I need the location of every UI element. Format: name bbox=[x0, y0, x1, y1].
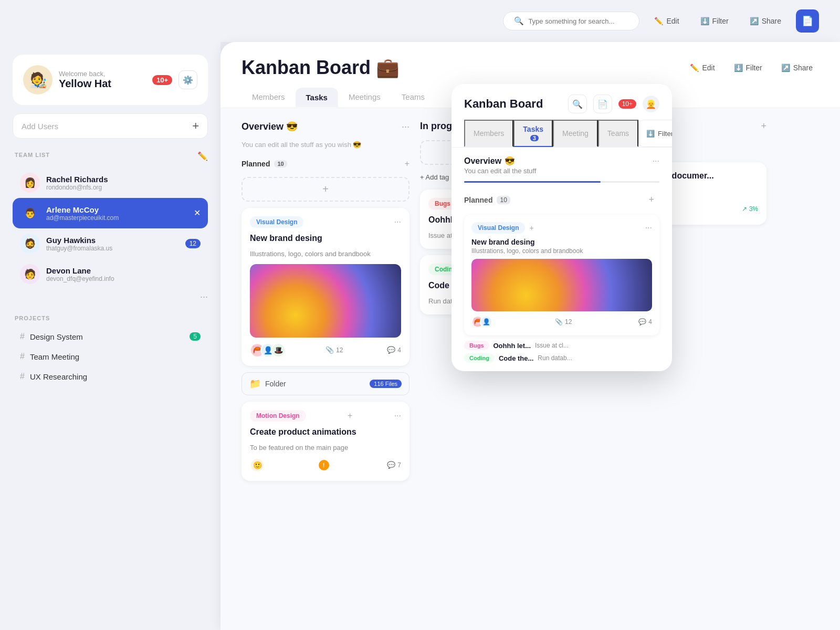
popup-document-button[interactable]: 📄 bbox=[593, 94, 612, 113]
project-item[interactable]: # UX Researching bbox=[13, 366, 208, 386]
edit-button[interactable]: ✏️ Edit bbox=[684, 60, 721, 75]
project-name: Design System bbox=[30, 332, 184, 341]
card-tag[interactable]: Visual Design bbox=[471, 222, 525, 234]
kanban-popup: Kanban Board 🔍 📄 10+ 👱 Members Tasks 3 M… bbox=[452, 84, 672, 371]
bugs-card-desc: Issue at cl... bbox=[535, 342, 569, 349]
share-icon: ↗️ bbox=[750, 17, 759, 25]
member-name: Devon Lane bbox=[46, 266, 201, 275]
card-tag[interactable]: Motion Design bbox=[250, 410, 306, 422]
project-item[interactable]: # Team Meeting bbox=[13, 346, 208, 366]
add-users-row: Add Users + bbox=[13, 113, 208, 139]
filters-button[interactable]: ⬇️ Filters bbox=[638, 120, 672, 147]
projects-label: PROJECTS bbox=[13, 315, 208, 321]
progress-fill bbox=[464, 181, 601, 183]
project-name: UX Researching bbox=[30, 372, 201, 381]
team-member[interactable]: 👩 Rachel Richards rondondon@nfs.org bbox=[13, 167, 208, 198]
card-image bbox=[250, 264, 401, 338]
search-container[interactable]: 🔍 bbox=[503, 12, 639, 30]
edit-icon: ✏️ bbox=[654, 17, 663, 25]
edit-button[interactable]: ✏️ Edit bbox=[648, 14, 685, 28]
section-add-button[interactable]: + bbox=[405, 159, 410, 169]
attachment-count: 📎 12 bbox=[326, 346, 343, 354]
overview-desc: You can edit all the stuff bbox=[464, 167, 659, 175]
filter-icon: ⬇️ bbox=[646, 130, 655, 138]
notification-badge[interactable]: 10+ bbox=[152, 75, 172, 85]
progress-bar bbox=[464, 181, 659, 183]
comment-count: 💬 4 bbox=[387, 346, 401, 354]
comment-count: 💬 7 bbox=[387, 461, 401, 469]
popup-title: Kanban Board bbox=[464, 97, 562, 111]
column-add-button[interactable]: + bbox=[761, 121, 766, 132]
popup-tab-members[interactable]: Members bbox=[464, 120, 513, 147]
avatar: 🧑‍🎨 bbox=[23, 65, 52, 94]
member-name: Guy Hawkins bbox=[46, 236, 179, 245]
card-more-button[interactable]: ··· bbox=[645, 223, 652, 233]
kanban-card: Visual Design ··· New brand desing Illus… bbox=[242, 208, 410, 366]
kanban-column-overview: Overview 😎 ··· You can edit all the stuf… bbox=[242, 121, 410, 617]
project-name: Team Meeting bbox=[30, 352, 201, 361]
tab-tasks[interactable]: Tasks bbox=[296, 88, 338, 107]
tab-teams[interactable]: Teams bbox=[391, 87, 435, 108]
add-tag-button[interactable]: + Add tag bbox=[420, 173, 449, 181]
settings-button[interactable]: ⚙️ bbox=[178, 70, 197, 89]
comment-count: 💬 4 bbox=[638, 318, 652, 326]
share-button[interactable]: ↗️ Share bbox=[743, 14, 788, 28]
project-item[interactable]: # Design System 5 bbox=[13, 327, 208, 346]
card-more-button[interactable]: ··· bbox=[394, 411, 401, 421]
bugs-tag[interactable]: Bugs bbox=[464, 341, 489, 350]
comment-icon: 💬 bbox=[638, 318, 646, 326]
filter-icon: ⬇️ bbox=[700, 17, 709, 25]
edit-team-button[interactable]: ✏️ bbox=[197, 151, 208, 161]
member-name: Arlene McCoy bbox=[46, 205, 187, 214]
planned-label: Planned bbox=[464, 196, 492, 204]
folder-name: Folder bbox=[265, 380, 365, 388]
popup-tab-meeting[interactable]: Meeting bbox=[553, 120, 598, 147]
coding-tag[interactable]: Coding bbox=[464, 353, 495, 363]
tab-meetings[interactable]: Meetings bbox=[338, 87, 391, 108]
welcome-text: Welcome back, bbox=[59, 70, 146, 78]
column-desc: You can edit all the stuff as you wish 😎 bbox=[242, 141, 410, 149]
popup-search-button[interactable]: 🔍 bbox=[568, 94, 587, 113]
tab-members[interactable]: Members bbox=[242, 87, 296, 108]
filter-button[interactable]: ⬇️ Filter bbox=[728, 60, 769, 75]
card-tag[interactable]: Visual Design bbox=[250, 216, 303, 228]
add-tag-button[interactable]: + bbox=[348, 411, 352, 421]
filter-button[interactable]: ⬇️ Filter bbox=[694, 14, 735, 28]
comment-icon: 💬 bbox=[387, 461, 395, 469]
card-avatars: 🦰 👤 bbox=[471, 316, 488, 328]
trend-up-icon: ↗ bbox=[742, 205, 747, 213]
bugs-card-title: Oohhh let... bbox=[494, 342, 531, 350]
project-badge: 5 bbox=[190, 332, 201, 341]
more-members-button[interactable]: ··· bbox=[200, 291, 208, 302]
avatar: 🎩 bbox=[271, 343, 286, 358]
card-desc: To be featured on the main page bbox=[250, 443, 401, 453]
add-button[interactable]: + bbox=[529, 224, 533, 232]
trend-indicator: ↗ 3% bbox=[742, 205, 758, 213]
planned-count: 10 bbox=[497, 196, 510, 204]
column-more-button[interactable]: ··· bbox=[402, 121, 410, 132]
avatar: 👨 bbox=[20, 203, 40, 223]
popup-tab-teams[interactable]: Teams bbox=[598, 120, 638, 147]
card-more-button[interactable]: ··· bbox=[394, 217, 401, 227]
team-member[interactable]: 🧑 Devon Lane devon_dfq@eyefind.info bbox=[13, 259, 208, 289]
folder-item[interactable]: 📁 Folder 116 Files bbox=[242, 372, 410, 395]
card-title: New brand desing bbox=[471, 238, 652, 246]
comment-icon: 💬 bbox=[387, 346, 395, 354]
sidebar: 🧑‍🎨 Welcome back, Yellow Hat 10+ ⚙️ Add … bbox=[0, 42, 220, 630]
new-document-button[interactable]: 📄 bbox=[796, 9, 819, 33]
hash-icon: # bbox=[20, 372, 25, 381]
add-users-button[interactable]: + bbox=[192, 120, 199, 132]
team-member[interactable]: 👨 Arlene McCoy ad@masterpieceuikit.com ✕ bbox=[13, 198, 208, 228]
share-button[interactable]: ↗️ Share bbox=[775, 60, 819, 75]
popup-notification-badge: 10+ bbox=[618, 99, 636, 109]
popup-tab-tasks[interactable]: Tasks 3 bbox=[513, 120, 553, 147]
search-input[interactable] bbox=[528, 17, 628, 25]
team-member[interactable]: 🧔 Guy Hawkins thatguy@fromalaska.us 12 bbox=[13, 228, 208, 259]
card-desc: Illustrations, logo, colors and brandboo… bbox=[471, 247, 652, 255]
member-email: rondondon@nfs.org bbox=[46, 184, 201, 191]
attachment-count: 📎 12 bbox=[555, 318, 572, 326]
add-planned-button[interactable]: + bbox=[643, 189, 659, 211]
add-card-button[interactable]: + bbox=[242, 177, 410, 202]
remove-member-button[interactable]: ✕ bbox=[194, 209, 201, 217]
overview-more-button[interactable]: ··· bbox=[653, 156, 659, 166]
